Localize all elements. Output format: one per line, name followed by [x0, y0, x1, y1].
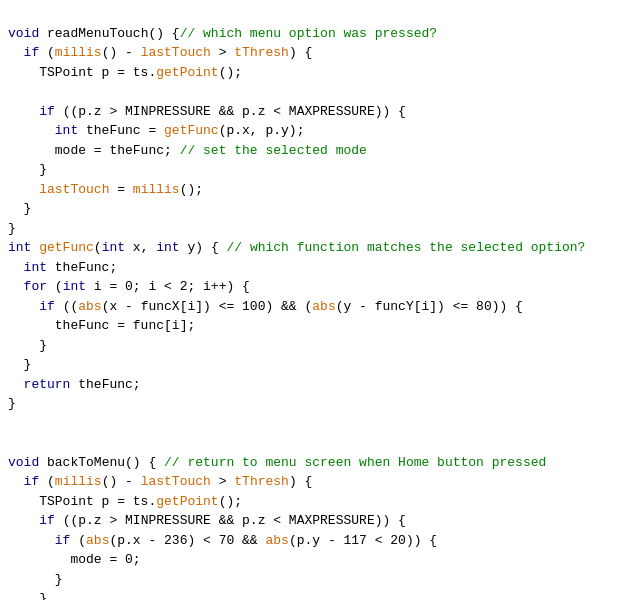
- code-text-40: backToMenu() {: [39, 455, 164, 470]
- code-text-46: TSPoint p = ts.: [8, 494, 156, 509]
- code-text-48: [8, 513, 39, 528]
- keyword-int-3: int: [102, 240, 125, 255]
- code-text-31: ((: [55, 299, 78, 314]
- fn-millis-3: millis: [55, 474, 102, 489]
- code-text-35: }: [8, 338, 47, 353]
- code-text-23: x,: [125, 240, 156, 255]
- code-text-45: ) {: [289, 474, 312, 489]
- code-text-50: [8, 533, 55, 548]
- code-text-19: }: [8, 201, 31, 216]
- keyword-int-6: int: [63, 279, 86, 294]
- code-text-5: >: [211, 45, 234, 60]
- code-text-36: }: [8, 357, 31, 372]
- keyword-if-5: if: [39, 513, 55, 528]
- code-text-12: theFunc =: [78, 123, 164, 138]
- code-text-32: (x - funcX[i]) <= 100) && (: [102, 299, 313, 314]
- code-text-42: (: [39, 474, 55, 489]
- fn-getfunc-2: getFunc: [39, 240, 94, 255]
- var-lasttouch-2: lastTouch: [39, 182, 109, 197]
- code-text-28: (: [47, 279, 63, 294]
- keyword-int-4: int: [156, 240, 179, 255]
- code-text-47: ();: [219, 494, 242, 509]
- code-text-22: (: [94, 240, 102, 255]
- code-text-17: =: [109, 182, 132, 197]
- code-text-14: mode = theFunc;: [8, 143, 180, 158]
- fn-abs-3: abs: [86, 533, 109, 548]
- fn-abs-4: abs: [265, 533, 288, 548]
- code-text-4: () -: [102, 45, 141, 60]
- code-text-54: mode = 0;: [8, 552, 141, 567]
- keyword-if-4: if: [24, 474, 40, 489]
- code-text-13: (p.x, p.y);: [219, 123, 305, 138]
- code-text-18: ();: [180, 182, 203, 197]
- code-text-2: [8, 45, 24, 60]
- code-text-30: [8, 299, 39, 314]
- comment-4: // return to menu screen when Home butto…: [164, 455, 546, 470]
- code-text-9: [8, 104, 39, 119]
- var-lasttouch-1: lastTouch: [141, 45, 211, 60]
- fn-millis-2: millis: [133, 182, 180, 197]
- code-text-34: theFunc = func[i];: [8, 318, 195, 333]
- keyword-if-1: if: [24, 45, 40, 60]
- code-text-3: (: [39, 45, 55, 60]
- var-lasttouch-3: lastTouch: [141, 474, 211, 489]
- keyword-void-2: void: [8, 455, 39, 470]
- keyword-if-3: if: [39, 299, 55, 314]
- code-text-51: (: [70, 533, 86, 548]
- keyword-if-2: if: [39, 104, 55, 119]
- fn-getfunc-1: getFunc: [164, 123, 219, 138]
- code-text-37: [8, 377, 24, 392]
- code-text-16: [8, 182, 39, 197]
- code-text-27: [8, 279, 24, 294]
- code-text-25: [8, 260, 24, 275]
- code-text-33: (y - funcY[i]) <= 80)) {: [336, 299, 523, 314]
- keyword-for-1: for: [24, 279, 47, 294]
- keyword-void-1: void: [8, 26, 39, 41]
- code-text-49: ((p.z > MINPRESSURE && p.z < MAXPRESSURE…: [55, 513, 406, 528]
- code-text-11: [8, 123, 55, 138]
- code-text-26: theFunc;: [47, 260, 117, 275]
- comment-1: // which menu option was pressed?: [180, 26, 437, 41]
- code-text: readMenuTouch() {: [39, 26, 179, 41]
- code-text-24: y) {: [180, 240, 227, 255]
- fn-abs-1: abs: [78, 299, 101, 314]
- code-text-43: () -: [102, 474, 141, 489]
- code-editor: void readMenuTouch() {// which menu opti…: [8, 4, 624, 600]
- code-text-20: }: [8, 221, 16, 236]
- code-text-29: i = 0; i < 2; i++) {: [86, 279, 250, 294]
- keyword-return-1: return: [24, 377, 71, 392]
- var-tthresh-2: tThresh: [234, 474, 289, 489]
- var-tthresh-1: tThresh: [234, 45, 289, 60]
- fn-millis-1: millis: [55, 45, 102, 60]
- code-text-15: }: [8, 162, 47, 177]
- keyword-int-2: int: [8, 240, 31, 255]
- code-text-7: TSPoint p = ts.: [8, 65, 156, 80]
- fn-abs-2: abs: [312, 299, 335, 314]
- code-text-52: (p.x - 236) < 70 &&: [109, 533, 265, 548]
- code-text-6: ) {: [289, 45, 312, 60]
- code-text-41: [8, 474, 24, 489]
- comment-3: // which function matches the selected o…: [226, 240, 585, 255]
- fn-getpoint-1: getPoint: [156, 65, 218, 80]
- code-text-44: >: [211, 474, 234, 489]
- fn-getpoint-2: getPoint: [156, 494, 218, 509]
- keyword-int-1: int: [55, 123, 78, 138]
- comment-2: // set the selected mode: [180, 143, 367, 158]
- code-text-55: }: [8, 572, 63, 587]
- code-text-8: ();: [219, 65, 242, 80]
- code-text-10: ((p.z > MINPRESSURE && p.z < MAXPRESSURE…: [55, 104, 406, 119]
- code-text-39: }: [8, 396, 16, 411]
- keyword-int-5: int: [24, 260, 47, 275]
- code-text-53: (p.y - 117 < 20)) {: [289, 533, 437, 548]
- code-text-38: theFunc;: [70, 377, 140, 392]
- keyword-if-6: if: [55, 533, 71, 548]
- code-text-56: }: [8, 591, 47, 600]
